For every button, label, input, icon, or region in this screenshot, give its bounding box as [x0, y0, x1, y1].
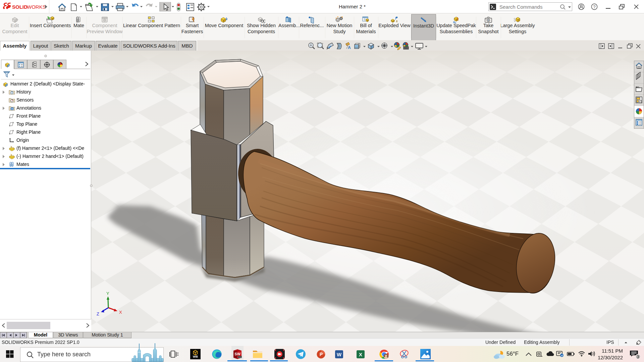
svg-text:2022: 2022	[237, 356, 242, 358]
svg-text:WB: WB	[193, 355, 198, 358]
svg-text:P: P	[320, 352, 323, 357]
svg-text:SW: SW	[234, 352, 240, 356]
svg-text:SOLID: SOLID	[12, 4, 28, 10]
svg-text:X: X	[119, 310, 122, 315]
svg-text:WORKS: WORKS	[27, 4, 46, 10]
svg-text:W: W	[337, 352, 342, 357]
svg-text:3: 3	[637, 355, 639, 359]
svg-text:Y: Y	[106, 291, 109, 296]
svg-text:?: ?	[593, 4, 595, 9]
svg-text:X: X	[359, 352, 362, 357]
svg-text:A: A	[11, 107, 13, 110]
svg-text:Z: Z	[97, 311, 99, 316]
svg-text:A: A	[348, 45, 351, 50]
